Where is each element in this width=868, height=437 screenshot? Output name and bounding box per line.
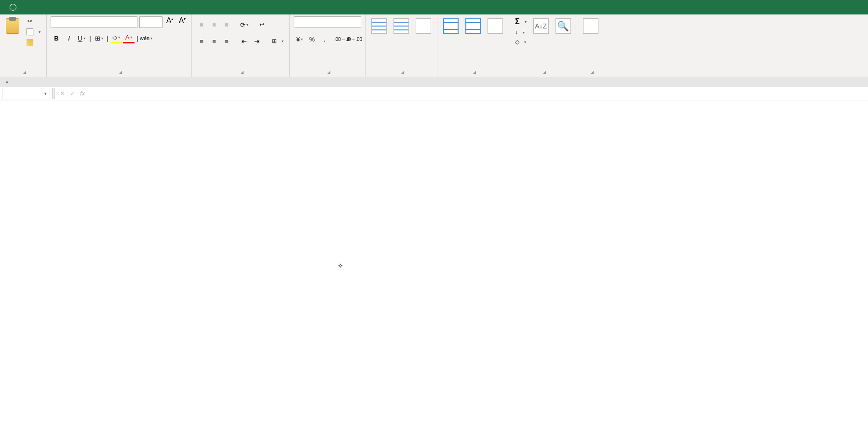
- ribbon-group-clipboard: ✂ ▾: [0, 14, 47, 77]
- ribbon-group-cells: [437, 14, 509, 77]
- autosum-button[interactable]: Σ▾: [513, 16, 529, 27]
- sort-filter-button[interactable]: A↓Z: [531, 16, 551, 37]
- group-label-number: [294, 67, 361, 76]
- ribbon-group-edit: Σ▾ ↓▾ ◇▾ A↓Z 🔍: [509, 14, 577, 77]
- align-right-button[interactable]: ≡: [221, 36, 232, 46]
- increase-font-button[interactable]: A▴: [164, 16, 175, 28]
- magnifier-icon: 🔍: [556, 18, 571, 34]
- fill-button[interactable]: ↓▾: [513, 28, 529, 37]
- quick-access-row: ▾: [0, 77, 868, 87]
- ribbon-group-number: ¥ % , .00→.0 .0→.00: [290, 14, 366, 77]
- orientation-button[interactable]: ⟳: [238, 19, 250, 30]
- border-button[interactable]: ⊞: [93, 33, 105, 43]
- invoice-icon: [583, 18, 598, 34]
- align-left-button[interactable]: ≡: [196, 36, 207, 46]
- increase-indent-button[interactable]: ⇥: [251, 36, 262, 46]
- currency-button[interactable]: ¥: [294, 34, 305, 44]
- copy-icon: [26, 28, 34, 36]
- wrap-text-button[interactable]: ↩: [258, 19, 268, 30]
- italic-button[interactable]: I: [63, 33, 75, 43]
- wrap-icon: ↩: [259, 21, 264, 28]
- table-format-icon: [393, 18, 409, 34]
- font-name-select[interactable]: [51, 16, 137, 28]
- group-label-invoice: [581, 67, 600, 76]
- sigma-icon: Σ: [515, 17, 520, 26]
- ribbon: ✂ ▾ A▴ A▾ B I U | ⊞ | ◇ A |: [0, 14, 868, 77]
- find-select-button[interactable]: 🔍: [554, 16, 573, 37]
- paste-button[interactable]: [4, 16, 21, 37]
- conditional-format-button[interactable]: [369, 16, 389, 37]
- paste-icon: [6, 18, 19, 34]
- fx-icon[interactable]: fx: [80, 90, 85, 97]
- group-label-cells: [441, 67, 505, 76]
- delete-cells-button[interactable]: [463, 16, 483, 37]
- cell-style-button[interactable]: [414, 16, 433, 37]
- ribbon-group-invoice: [577, 14, 604, 77]
- fill-icon: ↓: [515, 29, 518, 36]
- merge-icon: ⊞: [272, 38, 277, 44]
- scissors-icon: ✂: [26, 17, 34, 25]
- font-color-button[interactable]: A: [123, 33, 135, 43]
- group-label-clipboard: [4, 67, 42, 76]
- number-format-select[interactable]: [294, 16, 361, 28]
- cursor-plus-icon: ✧: [338, 262, 343, 270]
- font-size-select[interactable]: [139, 16, 163, 28]
- underline-button[interactable]: U: [76, 33, 87, 43]
- insert-cells-button[interactable]: [441, 16, 461, 37]
- merge-center-button[interactable]: ⊞▾: [270, 36, 285, 46]
- sort-icon: A↓Z: [533, 18, 549, 34]
- cut-button[interactable]: ✂: [24, 16, 42, 26]
- ribbon-group-align: ≡ ≡ ≡ ⟳ ↩ ≡ ≡ ≡ ⇤ ⇥ ⊞▾: [192, 14, 290, 77]
- brush-icon: [26, 39, 34, 46]
- name-box[interactable]: [2, 88, 50, 99]
- lightbulb-icon: [10, 4, 16, 11]
- percent-button[interactable]: %: [306, 34, 318, 44]
- insert-icon: [443, 18, 459, 34]
- align-top-button[interactable]: ≡: [196, 19, 207, 30]
- formula-bar: ✕ ✓ fx: [0, 87, 868, 100]
- qat-dropdown-icon[interactable]: ▾: [6, 80, 8, 85]
- eraser-icon: ◇: [515, 39, 519, 45]
- ribbon-group-styles: [366, 14, 437, 77]
- tell-me-search[interactable]: [10, 4, 19, 11]
- decrease-indent-button[interactable]: ⇤: [238, 36, 250, 46]
- group-label-align: [196, 67, 285, 76]
- table-format-button[interactable]: [392, 16, 411, 37]
- invoice-check-button[interactable]: [581, 16, 600, 37]
- align-bottom-button[interactable]: ≡: [221, 19, 232, 30]
- format-icon: [488, 18, 503, 34]
- align-middle-button[interactable]: ≡: [208, 19, 220, 30]
- ribbon-group-font: A▴ A▾ B I U | ⊞ | ◇ A | wén: [47, 14, 192, 77]
- increase-decimal-button[interactable]: .00→.0: [336, 34, 348, 44]
- decrease-font-button[interactable]: A▾: [177, 16, 188, 28]
- menu-bar: [0, 0, 868, 14]
- group-label-font: [51, 67, 188, 76]
- spreadsheet-grid[interactable]: ✧: [0, 100, 868, 437]
- clear-button[interactable]: ◇▾: [513, 38, 529, 46]
- align-center-button[interactable]: ≡: [208, 36, 220, 46]
- cancel-formula-icon[interactable]: ✕: [60, 90, 65, 97]
- comma-button[interactable]: ,: [319, 34, 330, 44]
- decrease-decimal-button[interactable]: .0→.00: [349, 34, 360, 44]
- bold-button[interactable]: B: [51, 33, 62, 43]
- format-painter-button[interactable]: [24, 38, 42, 47]
- conditional-format-icon: [371, 18, 387, 34]
- copy-button[interactable]: ▾: [24, 27, 42, 37]
- format-cells-button[interactable]: [486, 16, 505, 37]
- group-label-edit: [513, 67, 573, 76]
- cell-style-icon: [416, 18, 431, 34]
- accept-formula-icon[interactable]: ✓: [70, 90, 75, 97]
- delete-icon: [465, 18, 481, 34]
- phonetic-button[interactable]: wén: [140, 33, 152, 43]
- group-label-styles: [369, 67, 433, 76]
- fill-color-button[interactable]: ◇: [110, 33, 122, 43]
